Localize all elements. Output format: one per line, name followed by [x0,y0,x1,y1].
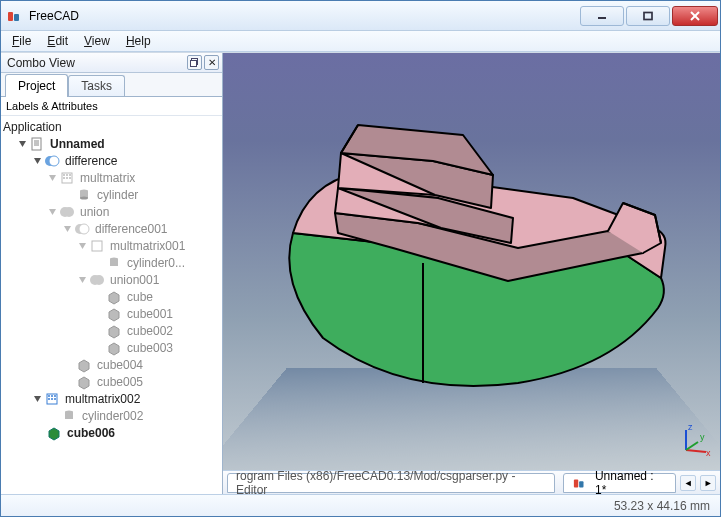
svg-rect-1 [14,14,19,21]
svg-point-17 [69,177,71,179]
svg-point-20 [80,196,88,199]
svg-rect-7 [191,61,197,67]
tree-item-cube002[interactable]: cube002 [125,323,175,339]
cube-icon [106,323,122,339]
model-tree[interactable]: Application Unnamed difference multmatri… [1,116,222,494]
tree-item-unnamed[interactable]: Unnamed [48,136,107,152]
menu-bar: File Edit View Help [1,31,720,52]
tree-item-cube006[interactable]: cube006 [65,425,117,441]
collapse-icon[interactable] [32,393,43,404]
svg-text:y: y [700,432,705,442]
tab-project[interactable]: Project [5,74,68,97]
svg-point-36 [54,398,56,400]
tree-item-difference001[interactable]: difference001 [93,221,170,237]
cube-icon [106,306,122,322]
tree-item-cube[interactable]: cube [125,289,155,305]
matrix-icon [44,391,60,407]
svg-point-16 [66,177,68,179]
svg-point-15 [63,177,65,179]
boat-model[interactable] [263,83,693,413]
collapse-icon[interactable] [77,240,88,251]
tree-item-multmatrix002[interactable]: multmatrix002 [63,391,142,407]
collapse-icon[interactable] [47,172,58,183]
menu-file[interactable]: File [5,32,38,50]
collapse-icon[interactable] [17,138,28,149]
maximize-button[interactable] [626,6,670,26]
undock-icon[interactable] [187,55,202,70]
document-tab-strip: rogram Files (x86)/FreeCAD0.13/Mod/csgpa… [223,470,720,494]
tab-doc-unnamed[interactable]: Unnamed : 1* [563,473,676,493]
svg-rect-45 [574,479,578,487]
svg-point-10 [49,156,59,166]
tree-item-difference[interactable]: difference [63,153,119,169]
tree-item-union001[interactable]: union001 [108,272,161,288]
svg-text:x: x [706,448,711,458]
matrix-icon [59,170,75,186]
cube-icon [76,374,92,390]
svg-point-22 [64,207,74,217]
svg-point-13 [66,174,68,176]
3d-viewport[interactable]: z x y rogram Files (x86)/FreeCAD0.13/Mod… [223,53,720,494]
tree-item-cylinder[interactable]: cylinder [95,187,140,203]
svg-point-12 [63,174,65,176]
document-icon [29,136,45,152]
tree-root[interactable]: Application [1,119,64,135]
svg-rect-46 [579,481,583,487]
svg-line-41 [686,442,698,450]
svg-point-31 [48,395,50,397]
difference-icon [74,221,90,237]
svg-point-24 [79,224,89,234]
svg-point-35 [51,398,53,400]
svg-rect-25 [92,241,102,251]
cylinder-icon [76,187,92,203]
svg-rect-38 [65,412,73,419]
tree-item-cube003[interactable]: cube003 [125,340,175,356]
app-icon [7,8,23,24]
svg-rect-3 [644,12,652,19]
tree-item-multmatrix001[interactable]: multmatrix001 [108,238,187,254]
cube-icon [106,340,122,356]
tab-next-icon[interactable]: ► [700,475,716,491]
svg-point-34 [48,398,50,400]
union-icon [89,272,105,288]
matrix-icon [89,238,105,254]
status-bar: 53.23 x 44.16 mm [1,494,720,516]
minimize-button[interactable] [580,6,624,26]
svg-line-40 [686,450,706,452]
status-coords: 53.23 x 44.16 mm [614,499,710,513]
cylinder-icon [61,408,77,424]
tab-tasks[interactable]: Tasks [68,75,125,96]
app-icon [572,475,588,491]
union-icon [59,204,75,220]
panel-title: Combo View [7,56,75,70]
tree-header: Labels & Attributes [1,97,222,116]
window-title: FreeCAD [29,9,79,23]
axis-gizmo: z x y [678,422,714,458]
menu-edit[interactable]: Edit [40,32,75,50]
tree-item-cube001[interactable]: cube001 [125,306,175,322]
tab-editor[interactable]: rogram Files (x86)/FreeCAD0.13/Mod/csgpa… [227,473,555,493]
tree-item-cube004[interactable]: cube004 [95,357,145,373]
tree-item-multmatrix[interactable]: multmatrix [78,170,137,186]
tree-item-cube005[interactable]: cube005 [95,374,145,390]
tree-item-cylinder0[interactable]: cylinder0... [125,255,187,271]
tree-item-cylinder002[interactable]: cylinder002 [80,408,145,424]
svg-point-33 [54,395,56,397]
content-area: Combo View ✕ Project Tasks Labels & Attr… [1,52,720,494]
combo-view-panel: Combo View ✕ Project Tasks Labels & Attr… [1,53,223,494]
tab-prev-icon[interactable]: ◄ [680,475,696,491]
menu-view[interactable]: View [77,32,117,50]
close-button[interactable] [672,6,718,26]
panel-close-icon[interactable]: ✕ [204,55,219,70]
cube-icon [76,357,92,373]
menu-help[interactable]: Help [119,32,158,50]
difference-icon [44,153,60,169]
titlebar[interactable]: FreeCAD [1,1,720,31]
svg-rect-0 [8,12,13,21]
cube-icon [106,289,122,305]
collapse-icon[interactable] [47,206,58,217]
collapse-icon[interactable] [32,155,43,166]
collapse-icon[interactable] [62,223,73,234]
collapse-icon[interactable] [77,274,88,285]
tree-item-union[interactable]: union [78,204,111,220]
